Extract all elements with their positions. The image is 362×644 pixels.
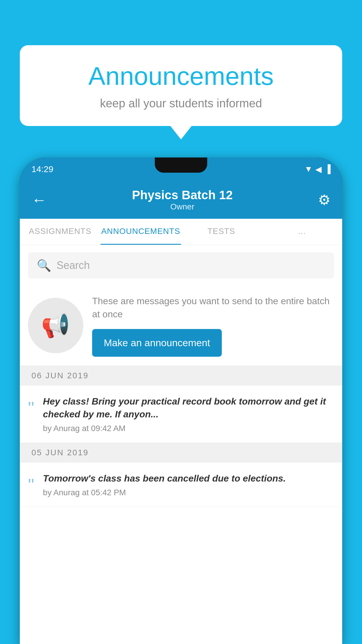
announcement-meta-1: by Anurag at 09:42 AM: [43, 424, 334, 433]
search-bar[interactable]: 🔍 Search: [28, 252, 334, 279]
app-header: ← Physics Batch 12 Owner ⚙: [20, 181, 342, 219]
search-placeholder: Search: [57, 259, 90, 272]
promo-text: These are messages you want to send to t…: [92, 295, 334, 321]
promo-right: These are messages you want to send to t…: [92, 295, 334, 357]
quote-icon-1: ": [28, 398, 34, 418]
search-icon: 🔍: [37, 259, 51, 272]
date-divider-2: 05 JUN 2019: [20, 443, 342, 463]
phone-notch: [155, 158, 207, 173]
back-button[interactable]: ←: [31, 191, 47, 209]
tab-assignments[interactable]: ASSIGNMENTS: [20, 219, 101, 245]
tab-announcements[interactable]: ANNOUNCEMENTS: [101, 219, 181, 245]
phone-frame: 14:29 ▼ ◀ ▐ ← Physics Batch 12 Owner ⚙ A…: [20, 158, 342, 644]
header-subtitle: Owner: [132, 202, 233, 211]
speech-bubble-section: Announcements keep all your students inf…: [20, 45, 342, 126]
speech-bubble: Announcements keep all your students inf…: [20, 45, 342, 126]
announcement-text-2: Tomorrow's class has been cancelled due …: [43, 472, 286, 485]
header-center: Physics Batch 12 Owner: [132, 188, 233, 211]
wifi-icon: ▼: [304, 164, 312, 174]
tab-more[interactable]: ...: [262, 219, 342, 245]
quote-icon-2: ": [28, 475, 34, 495]
announcement-meta-2: by Anurag at 05:42 PM: [43, 488, 286, 497]
status-icons: ▼ ◀ ▐: [304, 164, 331, 174]
announcement-promo: 📢 These are messages you want to send to…: [20, 286, 342, 366]
announcement-item-1: " Hey class! Bring your practical record…: [20, 386, 342, 443]
battery-icon: ▐: [325, 164, 331, 174]
announcement-item-2: " Tomorrow's class has been cancelled du…: [20, 463, 342, 507]
make-announcement-button[interactable]: Make an announcement: [92, 329, 222, 357]
announcement-text-1: Hey class! Bring your practical record b…: [43, 395, 334, 421]
tab-tests[interactable]: TESTS: [181, 219, 262, 245]
bubble-subtitle: keep all your students informed: [37, 97, 325, 110]
status-time: 14:29: [31, 164, 53, 174]
bubble-title: Announcements: [37, 61, 325, 91]
promo-icon-circle: 📢: [28, 298, 83, 353]
announcement-body-1: Hey class! Bring your practical record b…: [43, 395, 334, 433]
gear-icon[interactable]: ⚙: [318, 192, 331, 208]
megaphone-icon: 📢: [41, 312, 70, 339]
phone-content: 🔍 Search 📢 These are messages you want t…: [20, 245, 342, 644]
signal-icon: ◀: [315, 164, 322, 174]
header-title: Physics Batch 12: [132, 188, 233, 202]
status-bar: 14:29 ▼ ◀ ▐: [20, 158, 342, 181]
date-divider-1: 06 JUN 2019: [20, 366, 342, 386]
tabs-bar: ASSIGNMENTS ANNOUNCEMENTS TESTS ...: [20, 219, 342, 245]
announcement-body-2: Tomorrow's class has been cancelled due …: [43, 472, 286, 497]
